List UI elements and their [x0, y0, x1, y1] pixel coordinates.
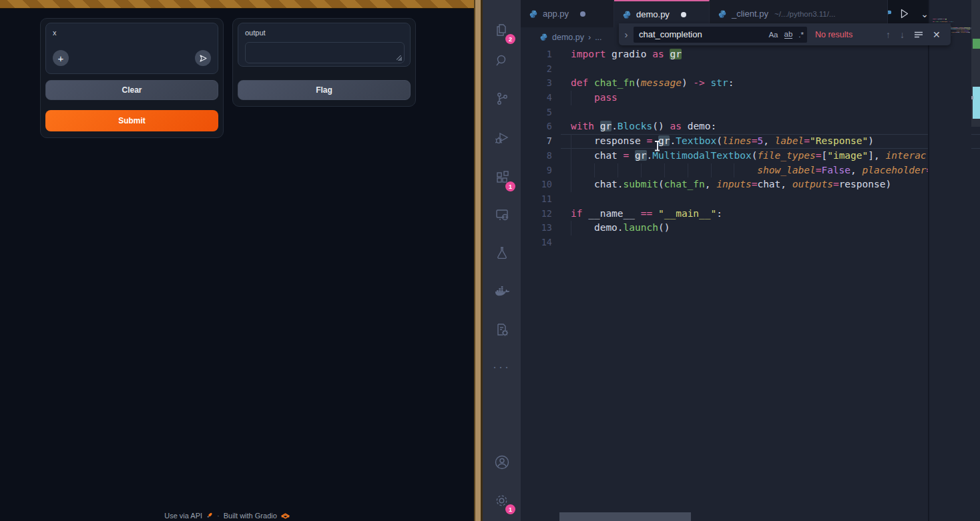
code-line[interactable]: 12if __name__ == "__main__":	[521, 207, 980, 221]
line-number: 13	[521, 221, 552, 235]
toggle-replace-chevron[interactable]: ›	[619, 29, 634, 40]
explorer-badge: 2	[505, 34, 515, 44]
output-label: output	[245, 29, 266, 37]
modified-dot-icon[interactable]	[580, 11, 585, 17]
flag-button[interactable]: Flag	[238, 80, 411, 100]
sidebar-item-docker[interactable]	[483, 276, 521, 307]
submit-button-label: Submit	[118, 116, 146, 125]
python-file-icon	[622, 10, 632, 19]
tab-app-py[interactable]: app.py	[521, 0, 614, 27]
tab-label: demo.py	[636, 9, 670, 19]
line-number: 9	[521, 163, 552, 178]
send-button[interactable]	[195, 50, 211, 66]
input-column-card: x + Clear Submit	[40, 18, 224, 138]
editor-group: app.py demo.py _client.py ~/.../python3.…	[521, 0, 980, 521]
find-widget: › Aa ab .* No results ↑ ↓ ✕	[619, 23, 951, 45]
gradio-app-pane: x + Clear Submit output Flag	[0, 0, 474, 521]
remote-monitor-icon	[493, 206, 511, 223]
mouse-ibeam-cursor	[654, 141, 660, 151]
code-line[interactable]: 14	[521, 235, 980, 250]
find-in-selection-icon[interactable]	[914, 31, 923, 39]
code-line[interactable]: 5	[521, 105, 980, 120]
use-via-api-link[interactable]: Use via API	[164, 512, 202, 520]
send-icon	[199, 54, 208, 63]
sidebar-item-settings[interactable]: 1	[483, 485, 521, 516]
line-number: 10	[521, 177, 552, 192]
tab-path-description: ~/.../python3.11/...	[774, 10, 836, 18]
resize-grip-icon[interactable]	[397, 55, 402, 61]
sidebar-item-account[interactable]	[483, 447, 521, 478]
sidebar-item-source-control[interactable]	[483, 83, 521, 114]
line-number: 7	[521, 134, 552, 149]
sidebar-item-more[interactable]: ···	[483, 352, 521, 382]
line-number: 2	[521, 62, 552, 77]
flag-button-label: Flag	[316, 85, 332, 95]
activity-bar: 2 1	[483, 0, 521, 521]
horizontal-scrollbar[interactable]	[559, 512, 691, 521]
git-branch-icon	[494, 91, 510, 107]
close-icon[interactable]: ✕	[933, 29, 941, 40]
code-line[interactable]: 7 response = gr.Textbox(lines=5, label="…	[521, 134, 980, 149]
clear-button-label: Clear	[121, 85, 142, 95]
code-line[interactable]: 4 pass	[521, 91, 980, 105]
line-number: 12	[521, 207, 552, 221]
ruler-marker-cyan	[973, 87, 980, 119]
code-line[interactable]: 9 show_label=False, placeholder=	[521, 163, 980, 178]
code-line[interactable]: 8 chat = gr.MultimodalTextbox(file_types…	[521, 149, 980, 163]
sidebar-item-search[interactable]	[483, 45, 521, 76]
match-case-icon[interactable]: Aa	[768, 31, 778, 39]
minimap[interactable]: import gradio as grdef chat_fn(message) …	[928, 0, 971, 521]
input-label: x	[53, 29, 57, 37]
find-previous-button[interactable]: ↑	[886, 29, 891, 40]
output-textarea[interactable]	[245, 42, 405, 63]
tab-label: app.py	[543, 9, 569, 19]
code-line[interactable]: 11	[521, 192, 980, 207]
modified-dot-icon[interactable]	[681, 12, 686, 17]
sidebar-item-makefile-tools[interactable]	[483, 314, 521, 345]
code-line[interactable]: 1import gradio as gr	[521, 47, 980, 62]
line-number: 6	[521, 119, 552, 134]
vscode-window: 2 1	[483, 0, 980, 521]
regex-icon[interactable]: .*	[798, 31, 804, 39]
plus-icon: +	[58, 53, 64, 63]
ellipsis-icon: ···	[493, 360, 511, 374]
code-line[interactable]: 2	[521, 62, 980, 77]
multimodal-textbox-block[interactable]: x +	[45, 23, 218, 74]
find-results-status: No results	[815, 30, 874, 39]
code-line[interactable]: 6with gr.Blocks() as demo:	[521, 119, 980, 134]
code-line[interactable]: 3def chat_fn(message) -> str:	[521, 76, 980, 91]
breadcrumb-separator: ›	[588, 33, 591, 42]
gradio-footer: Use via API · Built with Gradio	[0, 512, 464, 520]
account-icon	[493, 454, 511, 471]
sidebar-item-extensions[interactable]: 1	[483, 162, 521, 193]
line-number: 5	[521, 105, 552, 120]
submit-button[interactable]: Submit	[45, 110, 218, 131]
run-python-file-button[interactable]	[899, 8, 910, 19]
rocket-icon	[206, 512, 213, 519]
python-file-icon	[718, 9, 727, 19]
clear-button[interactable]: Clear	[45, 80, 218, 100]
overview-ruler[interactable]	[971, 0, 980, 521]
breadcrumb[interactable]: demo.py › ...	[521, 27, 602, 47]
code-line[interactable]: 10 chat.submit(chat_fn, inputs=chat, out…	[521, 177, 980, 192]
breadcrumb-file[interactable]: demo.py	[552, 33, 584, 42]
sidebar-item-remote-explorer[interactable]	[483, 199, 521, 230]
debug-icon	[493, 129, 511, 147]
code-line[interactable]: 13 demo.launch()	[521, 221, 980, 235]
footer-separator: ·	[217, 512, 220, 520]
search-icon	[494, 53, 510, 69]
code-lines: 1import gradio as gr23def chat_fn(messag…	[521, 47, 980, 250]
gradio-logo-icon	[281, 512, 290, 520]
breadcrumb-more[interactable]: ...	[595, 33, 601, 42]
window-title-stripe-bar	[0, 0, 474, 9]
built-with-gradio-link[interactable]: Built with Gradio	[224, 512, 277, 520]
line-number: 8	[521, 149, 552, 163]
attach-file-button[interactable]: +	[53, 50, 69, 66]
sidebar-item-explorer[interactable]: 2	[483, 15, 521, 45]
sidebar-item-testing[interactable]	[483, 237, 521, 268]
find-next-button[interactable]: ↓	[900, 29, 905, 40]
whole-word-icon[interactable]: ab	[784, 30, 793, 39]
python-file-icon	[888, 9, 893, 19]
sidebar-item-run-debug[interactable]	[483, 123, 521, 153]
beaker-icon	[494, 245, 510, 261]
